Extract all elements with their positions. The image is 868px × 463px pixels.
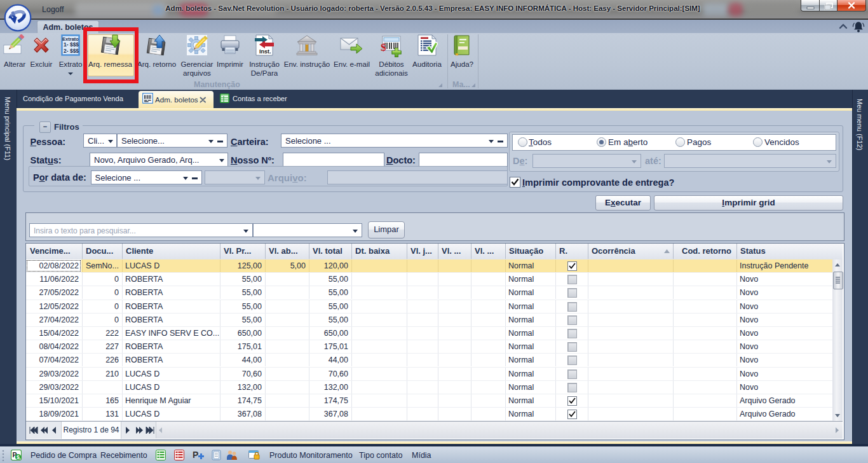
svg-text:P: P (193, 450, 198, 460)
svg-text:$: $ (17, 454, 20, 460)
svg-text:2- $$$: 2- $$$ (64, 48, 79, 54)
svg-text:1- $$$: 1- $$$ (64, 41, 79, 48)
svg-text:Inst.: Inst. (259, 48, 271, 55)
svg-text:$: $ (381, 41, 386, 53)
